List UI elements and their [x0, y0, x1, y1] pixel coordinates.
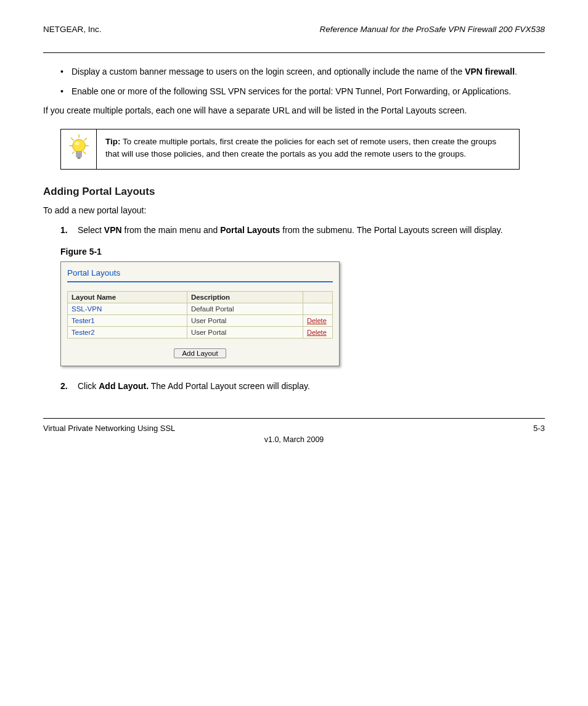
- svg-line-1: [71, 138, 74, 141]
- tip-box: Tip: To create multiple portals, first c…: [60, 129, 520, 170]
- layout-link-tester2[interactable]: Tester2: [71, 329, 95, 336]
- svg-rect-10: [76, 154, 81, 155]
- header-brand: NETGEAR, Inc.: [43, 25, 102, 34]
- section-intro: To add a new portal layout:: [43, 204, 545, 218]
- step-text-1: Select VPN from the main menu and Portal…: [78, 224, 503, 237]
- section-heading: Adding Portal Layouts: [43, 186, 545, 198]
- footer-version: v1.0, March 2009: [43, 435, 545, 444]
- step-number-2: 2.: [60, 380, 78, 393]
- svg-line-2: [84, 138, 87, 141]
- svg-rect-11: [76, 155, 81, 157]
- figure-caption: Figure 5-1: [60, 247, 545, 257]
- step-text-2: Click Add Layout. The Add Portal Layout …: [78, 380, 310, 393]
- footer-left: Virtual Private Networking Using SSL: [43, 424, 175, 433]
- lightbulb-icon: [61, 129, 97, 169]
- bullet-1: Display a custom banner message to users…: [71, 65, 517, 79]
- bullet-marker: •: [60, 85, 71, 99]
- bullet-2: Enable one or more of the following SSL …: [71, 85, 511, 99]
- layout-desc: User Portal: [187, 327, 303, 339]
- layout-action: [303, 303, 333, 315]
- svg-line-5: [71, 152, 74, 154]
- tip-text: Tip: To create multiple portals, first c…: [97, 129, 519, 169]
- table-row: Tester1 User Portal Delete: [68, 315, 333, 327]
- svg-point-8: [75, 142, 79, 146]
- svg-rect-9: [76, 152, 81, 154]
- svg-point-7: [72, 139, 84, 152]
- panel-divider: [67, 281, 333, 282]
- bullet-marker: •: [60, 65, 71, 79]
- layout-desc: User Portal: [187, 315, 303, 327]
- col-header-action: [303, 292, 333, 303]
- paragraph-portals: If you create multiple portals, each one…: [43, 104, 545, 118]
- layout-link-sslvpn[interactable]: SSL-VPN: [71, 305, 102, 313]
- layout-desc: Default Portal: [187, 303, 303, 315]
- panel-title: Portal Layouts: [67, 268, 333, 277]
- layout-link-tester1[interactable]: Tester1: [71, 317, 95, 324]
- add-layout-button[interactable]: Add Layout: [174, 348, 226, 358]
- layouts-table: Layout Name Description SSL-VPN Default …: [67, 291, 333, 339]
- svg-rect-12: [77, 157, 80, 159]
- step-number-1: 1.: [60, 224, 78, 237]
- delete-link[interactable]: Delete: [307, 317, 327, 324]
- header-rule: [43, 52, 545, 53]
- footer-rule: [43, 418, 545, 419]
- header-title: Reference Manual for the ProSafe VPN Fir…: [320, 25, 545, 34]
- col-header-name: Layout Name: [68, 292, 187, 303]
- table-row: Tester2 User Portal Delete: [68, 327, 333, 339]
- footer-right: 5-3: [533, 424, 545, 433]
- screenshot-portal-layouts: Portal Layouts Layout Name Description S…: [60, 261, 340, 366]
- table-row: SSL-VPN Default Portal: [68, 303, 333, 315]
- col-header-desc: Description: [187, 292, 303, 303]
- delete-link[interactable]: Delete: [307, 329, 327, 336]
- svg-line-6: [83, 152, 86, 154]
